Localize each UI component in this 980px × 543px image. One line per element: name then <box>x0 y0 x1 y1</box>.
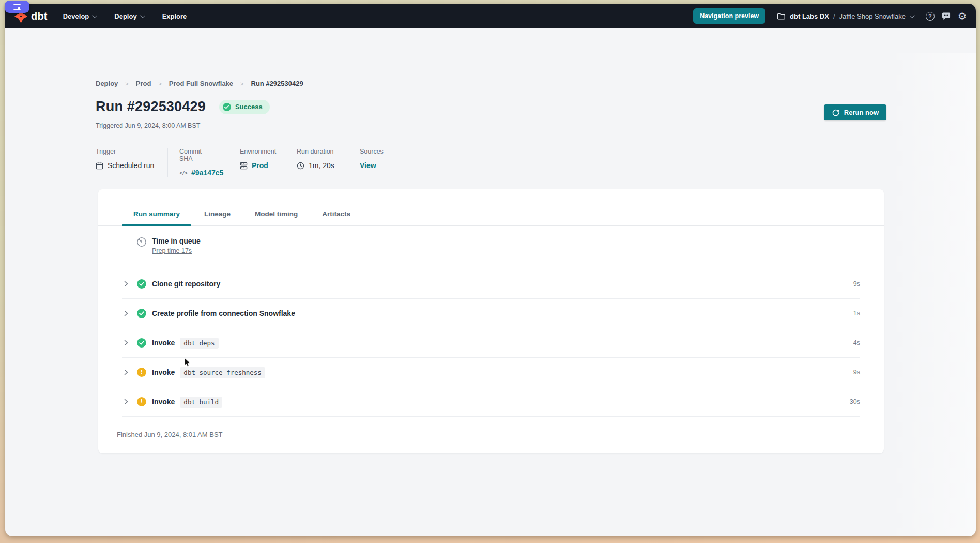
step-title: Create profile from connection Snowflake <box>152 309 295 318</box>
calendar-icon <box>96 162 103 170</box>
breadcrumb-run: Run #292530429 <box>251 80 303 87</box>
step-duration: 9s <box>853 369 860 376</box>
step-row-clone-git[interactable]: ! Clone git repository 9s <box>122 269 860 299</box>
environment-link[interactable]: Prod <box>252 161 268 170</box>
page-title: Run #292530429 <box>96 99 206 115</box>
nav-menu-deploy[interactable]: Deploy <box>114 12 143 20</box>
rerun-now-button[interactable]: Rerun now <box>824 104 886 120</box>
breadcrumb: Deploy > Prod > Prod Full Snowflake > Ru… <box>96 80 303 87</box>
step-status-icon: ! <box>137 397 146 406</box>
expand-chevron-icon[interactable] <box>124 281 129 287</box>
navbar-icons: ? ⚙ <box>926 11 967 21</box>
step-duration: 9s <box>853 280 860 288</box>
rerun-now-label: Rerun now <box>844 109 879 116</box>
success-check-icon <box>223 103 231 111</box>
nav-menu-deploy-label: Deploy <box>114 12 136 20</box>
feedback-icon[interactable] <box>941 12 951 21</box>
step-row-create-profile[interactable]: ! Create profile from connection Snowfla… <box>122 299 860 328</box>
chevron-down-icon <box>910 13 915 18</box>
nav-menu-develop[interactable]: Develop <box>63 12 96 20</box>
time-in-queue-section: Time in queue Prep time 17s <box>122 226 860 269</box>
navbar-right: Navigation preview dbt Labs DX / Jaffle … <box>693 8 967 24</box>
meta-duration-value: 1m, 20s <box>309 161 334 170</box>
sources-view-link[interactable]: View <box>360 161 376 170</box>
navigation-preview-button[interactable]: Navigation preview <box>693 8 765 24</box>
step-status-icon: ! <box>137 368 146 377</box>
nav-menu-explore-label: Explore <box>162 12 187 20</box>
meta-sources-label: Sources <box>360 148 377 155</box>
tab-model-timing[interactable]: Model timing <box>243 202 309 225</box>
meta-sources: Sources View <box>360 148 389 177</box>
step-duration: 30s <box>850 398 860 405</box>
tab-artifacts[interactable]: Artifacts <box>311 202 362 225</box>
meta-duration: Run duration 1m, 20s <box>297 148 348 177</box>
nav-menus: Develop Deploy Explore <box>63 12 187 20</box>
step-title: Invoke <box>152 398 175 406</box>
expand-chevron-icon[interactable] <box>124 369 129 375</box>
meta-environment: Environment Prod <box>240 148 285 177</box>
step-row-dbt-source-freshness[interactable]: ! Invoke dbt source freshness 9s <box>122 358 860 387</box>
project-name: Jaffle Shop Snowflake <box>839 12 906 20</box>
run-metadata: Trigger Scheduled run Commit SHA </> #9a… <box>96 148 400 177</box>
step-duration: 1s <box>853 310 860 317</box>
top-navbar: dbt Develop Deploy Explore Navigation pr… <box>5 4 976 28</box>
help-icon[interactable]: ? <box>926 12 935 21</box>
expand-chevron-icon[interactable] <box>124 340 129 346</box>
meta-commit-label: Commit SHA <box>179 148 217 162</box>
expand-chevron-icon[interactable] <box>124 399 129 405</box>
triggered-timestamp: Triggered Jun 9, 2024, 8:00 AM BST <box>96 122 200 129</box>
expand-chevron-icon[interactable] <box>124 310 129 316</box>
breadcrumb-job[interactable]: Prod Full Snowflake <box>169 80 233 87</box>
tab-run-summary[interactable]: Run summary <box>122 202 191 225</box>
run-summary-card: Run summary Lineage Model timing Artifac… <box>98 189 884 453</box>
step-status-icon: ! <box>137 338 146 348</box>
mouse-cursor <box>184 357 191 368</box>
step-title: Invoke <box>152 339 175 347</box>
nav-menu-explore[interactable]: Explore <box>162 12 187 20</box>
run-details-page: Deploy > Prod > Prod Full Snowflake > Ru… <box>5 28 976 536</box>
step-command: dbt build <box>180 397 222 408</box>
chevron-down-icon <box>140 13 145 18</box>
environment-icon <box>240 162 248 170</box>
settings-gear-icon[interactable]: ⚙ <box>958 11 967 21</box>
breadcrumb-separator: > <box>125 81 128 87</box>
step-row-dbt-deps[interactable]: ! Invoke dbt deps 4s <box>122 328 860 358</box>
breadcrumb-prod[interactable]: Prod <box>136 80 151 87</box>
step-command: dbt source freshness <box>180 367 265 378</box>
tab-lineage[interactable]: Lineage <box>193 202 242 225</box>
refresh-icon <box>832 109 840 117</box>
app-window: dbt Develop Deploy Explore Navigation pr… <box>5 4 976 536</box>
breadcrumb-separator: > <box>158 81 161 87</box>
step-status-icon: ! <box>137 279 146 289</box>
time-in-queue-title: Time in queue <box>152 237 201 245</box>
screen-glare <box>888 53 976 536</box>
dbt-logo-text: dbt <box>31 10 48 22</box>
folder-icon <box>777 12 786 20</box>
screen-share-badge[interactable] <box>5 1 29 13</box>
account-switcher[interactable]: dbt Labs DX / Jaffle Shop Snowflake <box>777 12 913 20</box>
clock-icon <box>297 162 304 170</box>
meta-trigger-label: Trigger <box>96 148 156 155</box>
step-status-icon: ! <box>137 309 146 318</box>
run-tabs: Run summary Lineage Model timing Artifac… <box>98 189 884 226</box>
step-command: dbt deps <box>180 338 218 349</box>
meta-trigger: Trigger Scheduled run <box>96 148 168 177</box>
screen-person-icon <box>13 4 21 10</box>
run-steps-list: Time in queue Prep time 17s ! Clone git … <box>98 226 884 417</box>
meta-trigger-value: Scheduled run <box>108 161 154 170</box>
breadcrumb-deploy[interactable]: Deploy <box>96 80 118 87</box>
account-separator: / <box>833 12 835 20</box>
finished-timestamp: Finished Jun 9, 2024, 8:01 AM BST <box>98 417 884 439</box>
commit-sha-link[interactable]: #9a147c5 <box>191 169 223 177</box>
meta-duration-label: Run duration <box>297 148 336 155</box>
chevron-down-icon <box>92 13 97 18</box>
prep-time-link[interactable]: Prep time 17s <box>152 247 201 254</box>
queue-clock-icon <box>136 237 147 247</box>
meta-environment-label: Environment <box>240 148 273 155</box>
nav-menu-develop-label: Develop <box>63 12 89 20</box>
code-icon: </> <box>179 170 187 176</box>
breadcrumb-separator: > <box>240 81 243 87</box>
step-row-dbt-build[interactable]: ! Invoke dbt build 30s <box>122 387 860 417</box>
step-duration: 4s <box>853 339 860 346</box>
step-title: Clone git repository <box>152 280 220 288</box>
